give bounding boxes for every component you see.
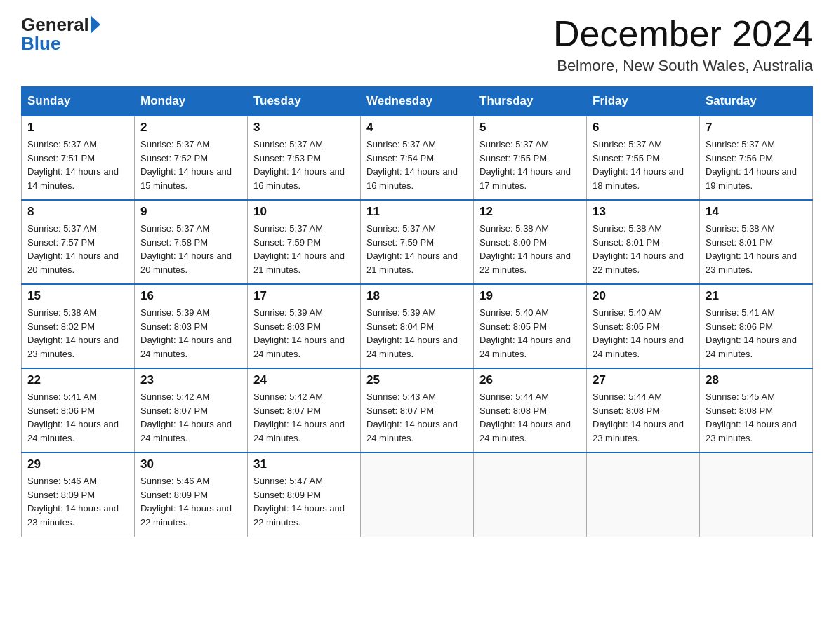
calendar-cell: 30 Sunrise: 5:46 AMSunset: 8:09 PMDaylig… [135,452,248,537]
calendar-cell: 25 Sunrise: 5:43 AMSunset: 8:07 PMDaylig… [361,368,474,452]
col-header-thursday: Thursday [474,87,587,116]
day-info: Sunrise: 5:43 AMSunset: 8:07 PMDaylight:… [366,391,458,443]
day-info: Sunrise: 5:40 AMSunset: 8:05 PMDaylight:… [479,307,571,359]
day-info: Sunrise: 5:37 AMSunset: 7:51 PMDaylight:… [27,139,119,191]
day-info: Sunrise: 5:37 AMSunset: 7:54 PMDaylight:… [366,139,458,191]
day-number: 18 [366,289,468,303]
calendar-cell [587,452,700,537]
day-number: 6 [593,121,694,135]
day-info: Sunrise: 5:46 AMSunset: 8:09 PMDaylight:… [140,476,232,528]
day-number: 8 [27,205,128,219]
day-number: 9 [140,205,241,219]
logo-blue-text: Blue [21,33,60,55]
day-number: 29 [27,457,128,471]
day-info: Sunrise: 5:37 AMSunset: 7:52 PMDaylight:… [140,139,232,191]
day-info: Sunrise: 5:38 AMSunset: 8:01 PMDaylight:… [706,223,797,275]
day-info: Sunrise: 5:47 AMSunset: 8:09 PMDaylight:… [253,476,345,528]
week-row-1: 1 Sunrise: 5:37 AMSunset: 7:51 PMDayligh… [22,116,813,200]
calendar-cell: 22 Sunrise: 5:41 AMSunset: 8:06 PMDaylig… [22,368,135,452]
day-info: Sunrise: 5:45 AMSunset: 8:08 PMDaylight:… [706,391,797,443]
day-number: 5 [479,121,581,135]
day-number: 3 [253,121,355,135]
day-info: Sunrise: 5:41 AMSunset: 8:06 PMDaylight:… [27,391,119,443]
day-number: 23 [140,373,241,387]
day-info: Sunrise: 5:37 AMSunset: 7:55 PMDaylight:… [593,139,684,191]
calendar-cell: 20 Sunrise: 5:40 AMSunset: 8:05 PMDaylig… [587,284,700,368]
day-number: 24 [253,373,355,387]
calendar-cell: 4 Sunrise: 5:37 AMSunset: 7:54 PMDayligh… [361,116,474,200]
week-row-4: 22 Sunrise: 5:41 AMSunset: 8:06 PMDaylig… [22,368,813,452]
day-number: 25 [366,373,468,387]
week-row-2: 8 Sunrise: 5:37 AMSunset: 7:57 PMDayligh… [22,200,813,284]
calendar-cell: 26 Sunrise: 5:44 AMSunset: 8:08 PMDaylig… [474,368,587,452]
calendar-cell: 14 Sunrise: 5:38 AMSunset: 8:01 PMDaylig… [700,200,813,284]
calendar-cell [700,452,813,537]
calendar-cell: 6 Sunrise: 5:37 AMSunset: 7:55 PMDayligh… [587,116,700,200]
calendar-cell: 28 Sunrise: 5:45 AMSunset: 8:08 PMDaylig… [700,368,813,452]
day-info: Sunrise: 5:37 AMSunset: 7:59 PMDaylight:… [253,223,345,275]
day-info: Sunrise: 5:39 AMSunset: 8:03 PMDaylight:… [140,307,232,359]
day-info: Sunrise: 5:37 AMSunset: 7:58 PMDaylight:… [140,223,232,275]
day-info: Sunrise: 5:39 AMSunset: 8:04 PMDaylight:… [366,307,458,359]
day-number: 22 [27,373,128,387]
day-number: 21 [706,289,807,303]
day-info: Sunrise: 5:38 AMSunset: 8:00 PMDaylight:… [479,223,571,275]
day-number: 30 [140,457,241,471]
day-number: 7 [706,121,807,135]
day-number: 14 [706,205,807,219]
calendar-cell: 5 Sunrise: 5:37 AMSunset: 7:55 PMDayligh… [474,116,587,200]
col-header-tuesday: Tuesday [248,87,361,116]
day-info: Sunrise: 5:37 AMSunset: 7:56 PMDaylight:… [706,139,797,191]
calendar-cell [361,452,474,537]
day-info: Sunrise: 5:39 AMSunset: 8:03 PMDaylight:… [253,307,345,359]
page-header: General Blue December 2024 Belmore, New … [21,14,813,75]
calendar-cell: 3 Sunrise: 5:37 AMSunset: 7:53 PMDayligh… [248,116,361,200]
day-info: Sunrise: 5:37 AMSunset: 7:53 PMDaylight:… [253,139,345,191]
day-info: Sunrise: 5:37 AMSunset: 7:57 PMDaylight:… [27,223,119,275]
calendar-table: SundayMondayTuesdayWednesdayThursdayFrid… [21,86,813,537]
day-number: 11 [366,205,468,219]
day-info: Sunrise: 5:42 AMSunset: 8:07 PMDaylight:… [140,391,232,443]
col-header-saturday: Saturday [700,87,813,116]
calendar-cell: 29 Sunrise: 5:46 AMSunset: 8:09 PMDaylig… [22,452,135,537]
day-info: Sunrise: 5:42 AMSunset: 8:07 PMDaylight:… [253,391,345,443]
day-info: Sunrise: 5:37 AMSunset: 7:55 PMDaylight:… [479,139,571,191]
calendar-cell: 8 Sunrise: 5:37 AMSunset: 7:57 PMDayligh… [22,200,135,284]
day-number: 19 [479,289,581,303]
logo-arrow-icon [91,15,100,34]
col-header-friday: Friday [587,87,700,116]
day-info: Sunrise: 5:37 AMSunset: 7:59 PMDaylight:… [366,223,458,275]
calendar-cell: 27 Sunrise: 5:44 AMSunset: 8:08 PMDaylig… [587,368,700,452]
calendar-cell: 18 Sunrise: 5:39 AMSunset: 8:04 PMDaylig… [361,284,474,368]
calendar-cell: 10 Sunrise: 5:37 AMSunset: 7:59 PMDaylig… [248,200,361,284]
col-header-monday: Monday [135,87,248,116]
day-info: Sunrise: 5:44 AMSunset: 8:08 PMDaylight:… [479,391,571,443]
calendar-cell: 1 Sunrise: 5:37 AMSunset: 7:51 PMDayligh… [22,116,135,200]
day-number: 15 [27,289,128,303]
week-row-5: 29 Sunrise: 5:46 AMSunset: 8:09 PMDaylig… [22,452,813,537]
title-block: December 2024 Belmore, New South Wales, … [553,14,813,75]
day-info: Sunrise: 5:41 AMSunset: 8:06 PMDaylight:… [706,307,797,359]
calendar-cell: 31 Sunrise: 5:47 AMSunset: 8:09 PMDaylig… [248,452,361,537]
day-info: Sunrise: 5:38 AMSunset: 8:01 PMDaylight:… [593,223,684,275]
calendar-cell: 17 Sunrise: 5:39 AMSunset: 8:03 PMDaylig… [248,284,361,368]
calendar-cell: 11 Sunrise: 5:37 AMSunset: 7:59 PMDaylig… [361,200,474,284]
day-number: 2 [140,121,241,135]
calendar-cell: 12 Sunrise: 5:38 AMSunset: 8:00 PMDaylig… [474,200,587,284]
day-number: 27 [593,373,694,387]
day-number: 10 [253,205,355,219]
calendar-cell: 24 Sunrise: 5:42 AMSunset: 8:07 PMDaylig… [248,368,361,452]
day-number: 16 [140,289,241,303]
month-title: December 2024 [553,14,813,54]
calendar-header-row: SundayMondayTuesdayWednesdayThursdayFrid… [22,87,813,116]
calendar-cell: 9 Sunrise: 5:37 AMSunset: 7:58 PMDayligh… [135,200,248,284]
day-number: 4 [366,121,468,135]
calendar-cell [474,452,587,537]
day-info: Sunrise: 5:40 AMSunset: 8:05 PMDaylight:… [593,307,684,359]
day-number: 1 [27,121,128,135]
day-info: Sunrise: 5:44 AMSunset: 8:08 PMDaylight:… [593,391,684,443]
day-number: 13 [593,205,694,219]
calendar-cell: 16 Sunrise: 5:39 AMSunset: 8:03 PMDaylig… [135,284,248,368]
day-number: 26 [479,373,581,387]
logo: General Blue [21,14,100,55]
